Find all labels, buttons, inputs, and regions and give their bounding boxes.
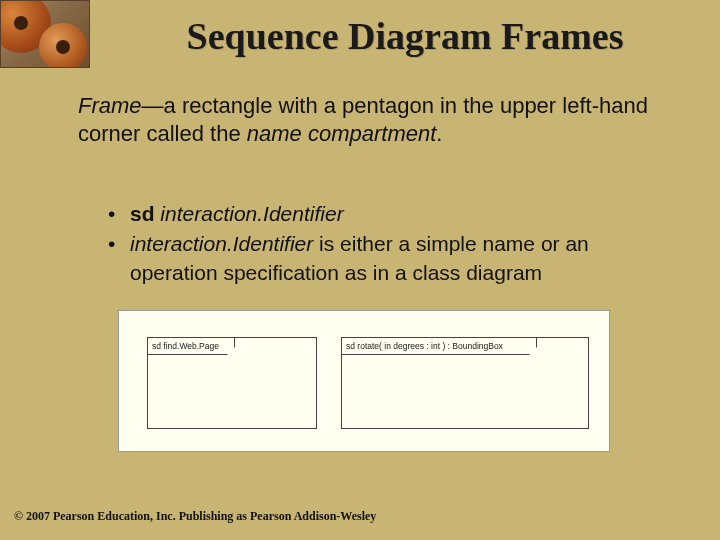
name-compartment-left: sd find.Web.Page <box>147 337 235 355</box>
frame-definition: Frame—a rectangle with a pentagon in the… <box>78 92 660 147</box>
frame-example-right: sd rotate( in degrees : int ) : Bounding… <box>341 337 589 429</box>
bullet-item-1: sd interaction.Identifier <box>108 200 670 228</box>
definition-period: . <box>436 121 442 146</box>
keyword-sd: sd <box>130 202 155 225</box>
term-name: name <box>247 121 302 146</box>
bullet-list: sd interaction.Identifier interaction.Id… <box>108 200 670 289</box>
name-compartment-right: sd rotate( in degrees : int ) : Bounding… <box>341 337 537 355</box>
slide-title: Sequence Diagram Frames <box>110 14 700 58</box>
bullet-item-2: interaction.Identifier is either a simpl… <box>108 230 670 287</box>
term-interaction-identifier: interaction.Identifier <box>155 202 344 225</box>
thumbnail-image <box>0 0 90 68</box>
term-interaction-identifier: interaction.Identifier <box>130 232 313 255</box>
sequence-frame-figure: sd find.Web.Page sd rotate( in degrees :… <box>118 310 610 452</box>
gear-icon <box>39 23 87 68</box>
copyright-text: © 2007 Pearson Education, Inc. Publishin… <box>14 509 376 524</box>
frame-example-left: sd find.Web.Page <box>147 337 317 429</box>
term-frame: Frame <box>78 93 142 118</box>
term-compartment: compartment <box>308 121 436 146</box>
